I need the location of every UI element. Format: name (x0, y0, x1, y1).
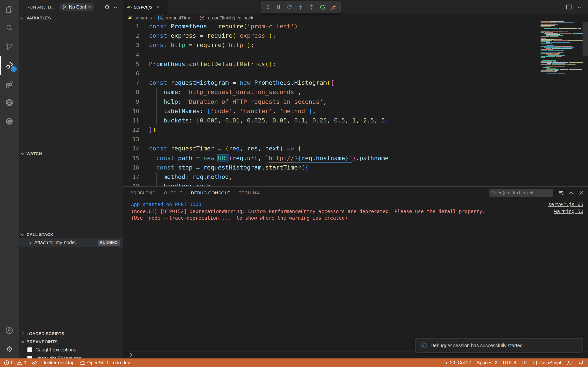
step-out-button[interactable] (307, 2, 316, 12)
breadcrumb-symbol[interactable]: requestTimer (166, 15, 193, 20)
line-number: 10 (123, 106, 149, 116)
code-text: const http = require('http'); (149, 41, 588, 50)
editor-scrollbar[interactable] (583, 22, 588, 56)
indentation-status[interactable]: Spaces: 2 (477, 360, 497, 366)
console-log-row: App started on PORT 3000server.js:65 (123, 201, 588, 208)
panel-header: PROBLEMSOUTPUTDEBUG CONSOLETERMINAL (123, 187, 588, 199)
activity-extensions[interactable] (0, 75, 19, 93)
odo-status[interactable]: odo-dev (113, 360, 130, 366)
breadcrumb-symbol[interactable]: res.on('finish') callback (207, 15, 253, 20)
code-text: labelNames: ['code', 'handler', 'method'… (149, 106, 588, 116)
debug-count-badge: 1 (11, 66, 17, 72)
breadcrumb-file[interactable]: server.js (134, 15, 152, 20)
pause-icon (276, 4, 282, 10)
symbol-callback-icon (199, 15, 205, 20)
code-text: const requestTimer = (req, res, next) =>… (149, 144, 588, 153)
code-line: 2const express = require('express'); (123, 31, 588, 41)
debug-settings-gear-icon[interactable]: ⚙ (104, 4, 110, 10)
close-panel-icon[interactable] (579, 190, 584, 196)
minimap[interactable] (541, 21, 583, 75)
line-number: 11 (123, 116, 149, 125)
activity-openshift[interactable] (0, 112, 19, 131)
activity-settings[interactable]: ⚙ (0, 340, 19, 359)
chevron-down-icon (87, 4, 91, 8)
source-location-link[interactable]: server.js:65 (548, 201, 583, 208)
checkbox-unchecked[interactable] (27, 347, 32, 352)
activity-source-control[interactable] (0, 37, 19, 56)
debug-session-status[interactable] (31, 360, 38, 366)
activity-kubernetes[interactable] (0, 93, 19, 112)
code-line: 4 (123, 50, 588, 59)
search-icon (5, 23, 14, 33)
notifications-status[interactable] (578, 360, 584, 366)
problems-status[interactable]: 0 0 (4, 360, 26, 366)
breakpoint-row-caught-exceptions[interactable]: Caught Exceptions (19, 346, 123, 354)
notification-toast[interactable]: Debugger session has successfully starte… (415, 338, 583, 353)
section-variables[interactable]: VARIABLES (19, 14, 123, 22)
debug-toolbar (260, 1, 341, 13)
activity-accounts[interactable] (0, 321, 19, 340)
chevron-down-icon (20, 151, 24, 155)
panel-tab-terminal[interactable]: TERMINAL (239, 187, 262, 199)
more-actions-icon[interactable]: ··· (114, 4, 120, 10)
gear-icon: ⚙ (6, 345, 13, 353)
sidebar-header: RUN AND D... No Conf ⚙ ··· (19, 0, 123, 14)
console-filter-input[interactable] (489, 189, 553, 197)
start-debug-icon (62, 4, 67, 9)
encoding-status[interactable]: UTF-8 (503, 360, 516, 366)
activity-explorer[interactable] (0, 0, 19, 19)
code-line: 13 (123, 135, 588, 144)
chevron-down-icon (20, 232, 24, 236)
code-line: 5Prometheus.collectDefaultMetrics(); (123, 59, 588, 69)
console-prompt-icon (128, 353, 132, 357)
section-call-stack[interactable]: CALL STACK (19, 230, 123, 238)
indent-guide (149, 163, 149, 172)
close-icon[interactable]: × (156, 4, 159, 10)
docker-context-status[interactable]: docker-desktop (42, 360, 75, 366)
section-loaded-scripts[interactable]: LOADED SCRIPTS (19, 329, 123, 337)
feedback-status[interactable] (567, 360, 573, 366)
code-editor[interactable]: 1const Prometheus = require('prom-client… (123, 22, 588, 186)
activity-run-debug[interactable]: 1 (0, 56, 19, 75)
pause-button[interactable] (274, 2, 284, 12)
code-line: 11 buckets: [0.005, 0.01, 0.025, 0.05, 0… (123, 116, 588, 125)
openshift-status[interactable]: OpenShift (80, 360, 108, 366)
code-line: 18 handler: path (123, 182, 588, 186)
person-check-icon (567, 360, 573, 366)
indent-guide (149, 97, 149, 106)
indent-guide (149, 172, 149, 182)
launch-config-button[interactable]: No Conf (60, 3, 94, 11)
step-into-button[interactable] (296, 2, 305, 12)
source-location-link[interactable]: warning:50 (554, 208, 583, 215)
split-editor-icon[interactable] (566, 4, 572, 10)
maximize-panel-icon[interactable] (569, 190, 574, 196)
console-log-row: (node:61) [DEP0152] DeprecationWarning: … (123, 208, 588, 215)
editor-more-actions-icon[interactable]: ⋯ (578, 4, 583, 10)
javascript-file-icon: JS (128, 16, 132, 20)
call-stack-session-row[interactable]: Attach to 'my-nodej... RUNNING (19, 238, 123, 247)
breadcrumb[interactable]: JS server.js › requestTimer › res.on('fi… (123, 14, 588, 22)
tab-server-js[interactable]: JS server.js × (123, 0, 168, 14)
status-bar: 0 0 docker-desktop OpenShift odo-dev (0, 359, 588, 367)
panel-tab-output[interactable]: OUTPUT (164, 187, 182, 199)
indent-guide (149, 153, 149, 163)
clear-console-icon[interactable] (558, 190, 564, 196)
code-text: handler: path (149, 182, 588, 186)
cursor-position-status[interactable]: Ln 20, Col 27 (444, 360, 471, 366)
section-watch[interactable]: WATCH (19, 149, 123, 158)
restart-button[interactable] (318, 2, 327, 12)
panel-tab-debug-console[interactable]: DEBUG CONSOLE (191, 187, 230, 199)
indent-guide (156, 97, 157, 106)
section-breakpoints[interactable]: BREAKPOINTS (19, 337, 123, 346)
eol-status[interactable]: LF (521, 360, 527, 366)
step-over-button[interactable] (285, 2, 294, 12)
running-status-badge: RUNNING (98, 240, 120, 245)
code-text: help: 'Duration of HTTP requests in seco… (149, 97, 588, 106)
activity-search[interactable] (0, 19, 19, 37)
indent-guide (156, 106, 157, 116)
kubernetes-icon (4, 98, 14, 108)
toolbar-drag-grip[interactable] (263, 2, 273, 12)
panel-tab-problems[interactable]: PROBLEMS (130, 187, 155, 199)
language-mode-status[interactable]: {} JavaScript (532, 360, 561, 366)
disconnect-button[interactable] (329, 2, 338, 12)
